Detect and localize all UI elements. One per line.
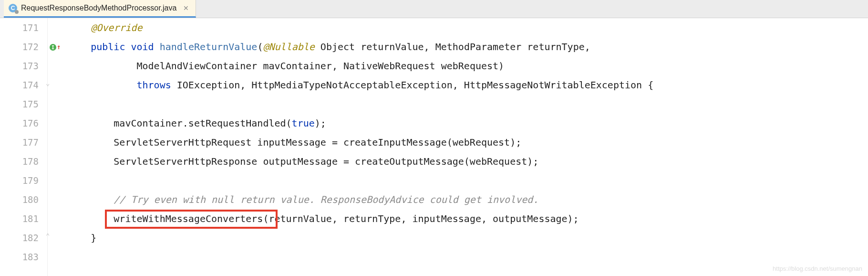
annotation: @Override	[91, 22, 142, 33]
code-line	[62, 171, 868, 190]
line-number: 181	[0, 209, 39, 228]
code-line	[62, 95, 868, 114]
code-line: writeWithMessageConverters(returnValue, …	[62, 209, 868, 228]
line-number: 183	[0, 247, 39, 266]
line-number: 171	[0, 18, 39, 37]
line-number-gutter: 171 172 173 174 175 176 177 178 179 180 …	[0, 18, 48, 276]
line-number: 174	[0, 75, 39, 95]
editor-tab[interactable]: C RequestResponseBodyMethodProcessor.jav…	[4, 0, 196, 18]
up-arrow-icon: ↑	[57, 43, 61, 51]
close-icon[interactable]: ✕	[183, 4, 189, 12]
code-line: // Try even with null return value. Resp…	[62, 190, 868, 209]
tab-filename: RequestResponseBodyMethodProcessor.java	[21, 4, 176, 12]
line-number: 175	[0, 95, 39, 114]
code-line: ModelAndViewContainer mavContainer, Nati…	[62, 56, 868, 75]
line-number: 180	[0, 190, 39, 209]
gutter-annotations: I ↑ ⌄ ⌃	[48, 18, 62, 276]
code-line: throws IOException, HttpMediaTypeNotAcce…	[62, 75, 868, 95]
line-number: 176	[0, 114, 39, 133]
line-number: 173	[0, 56, 39, 75]
line-number: 182	[0, 228, 39, 247]
code-line: public void handleReturnValue(@Nullable …	[62, 37, 868, 56]
code-line: }	[62, 228, 868, 247]
line-number: 177	[0, 133, 39, 152]
line-number: 179	[0, 171, 39, 190]
override-implements-icon[interactable]: I ↑	[50, 44, 56, 51]
code-line: ServletServerHttpResponse outputMessage …	[62, 152, 868, 171]
java-class-icon: C	[9, 4, 17, 12]
code-editor[interactable]: 171 172 173 174 175 176 177 178 179 180 …	[0, 18, 868, 276]
code-area[interactable]: @Override public void handleReturnValue(…	[62, 18, 868, 276]
code-line: ServletServerHttpRequest inputMessage = …	[62, 133, 868, 152]
fold-end-marker-icon[interactable]: ⌃	[46, 232, 53, 240]
line-number: 172	[0, 37, 39, 56]
tab-bar: C RequestResponseBodyMethodProcessor.jav…	[0, 0, 868, 18]
watermark-text: https://blog.csdn.net/sumengnan	[773, 265, 862, 272]
code-line: @Override	[62, 18, 868, 37]
fold-marker-icon[interactable]: ⌄	[46, 79, 53, 87]
code-line: mavContainer.setRequestHandled(true);	[62, 114, 868, 133]
line-number: 178	[0, 152, 39, 171]
highlighted-call: writeWithMessageConverters	[114, 213, 263, 224]
